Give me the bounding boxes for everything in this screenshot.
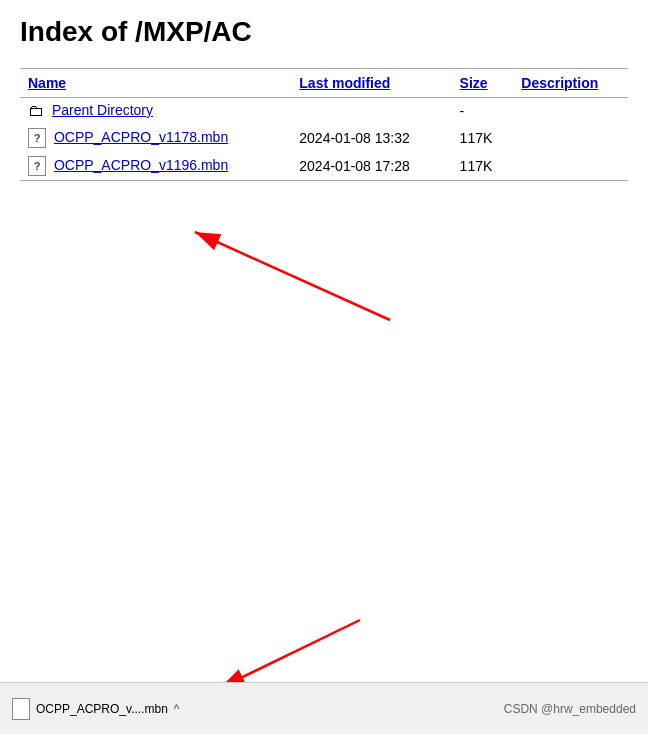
cell-description-1196 bbox=[513, 152, 628, 181]
cell-modified-1196: 2024-01-08 17:28 bbox=[291, 152, 451, 181]
watermark-text: CSDN @hrw_embedded bbox=[504, 702, 636, 716]
file-link-1196[interactable]: OCPP_ACPRO_v1196.mbn bbox=[54, 157, 228, 173]
file-link-1178[interactable]: OCPP_ACPRO_v1178.mbn bbox=[54, 129, 228, 145]
cell-name: 🗀 Parent Directory bbox=[20, 98, 291, 125]
table-row: ? OCPP_ACPRO_v1196.mbn 2024-01-08 17:28 … bbox=[20, 152, 628, 181]
col-size-link[interactable]: Size bbox=[460, 75, 488, 91]
parent-directory-link[interactable]: Parent Directory bbox=[52, 102, 153, 118]
download-file-icon bbox=[12, 698, 30, 720]
cell-size-1196: 117K bbox=[452, 152, 514, 181]
bottom-download-bar: OCPP_ACPRO_v....mbn ^ CSDN @hrw_embedded bbox=[0, 682, 648, 734]
cell-size-1178: 117K bbox=[452, 124, 514, 152]
cell-description bbox=[513, 98, 628, 125]
file-unknown-icon: ? bbox=[28, 128, 46, 148]
table-row: 🗀 Parent Directory - bbox=[20, 98, 628, 125]
chevron-up-icon[interactable]: ^ bbox=[174, 702, 180, 716]
page-title: Index of /MXP/AC bbox=[20, 16, 628, 48]
svg-line-3 bbox=[220, 620, 360, 688]
cell-modified-1178: 2024-01-08 13:32 bbox=[291, 124, 451, 152]
cell-description-1178 bbox=[513, 124, 628, 152]
svg-line-2 bbox=[195, 232, 390, 320]
download-filename: OCPP_ACPRO_v....mbn bbox=[36, 702, 168, 716]
parent-folder-icon: 🗀 bbox=[28, 102, 44, 120]
file-unknown-icon: ? bbox=[28, 156, 46, 176]
cell-name: ? OCPP_ACPRO_v1196.mbn bbox=[20, 152, 291, 181]
download-item[interactable]: OCPP_ACPRO_v....mbn ^ bbox=[12, 698, 179, 720]
col-header-modified: Last modified bbox=[291, 69, 451, 98]
cell-size: - bbox=[452, 98, 514, 125]
table-row: ? OCPP_ACPRO_v1178.mbn 2024-01-08 13:32 … bbox=[20, 124, 628, 152]
col-description-link[interactable]: Description bbox=[521, 75, 598, 91]
col-name-link[interactable]: Name bbox=[28, 75, 66, 91]
col-header-name: Name bbox=[20, 69, 291, 98]
cell-modified bbox=[291, 98, 451, 125]
cell-name: ? OCPP_ACPRO_v1178.mbn bbox=[20, 124, 291, 152]
file-table: Name Last modified Size Description 🗀 Pa… bbox=[20, 68, 628, 181]
table-header-row: Name Last modified Size Description bbox=[20, 69, 628, 98]
col-header-size: Size bbox=[452, 69, 514, 98]
col-modified-link[interactable]: Last modified bbox=[299, 75, 390, 91]
col-header-description: Description bbox=[513, 69, 628, 98]
